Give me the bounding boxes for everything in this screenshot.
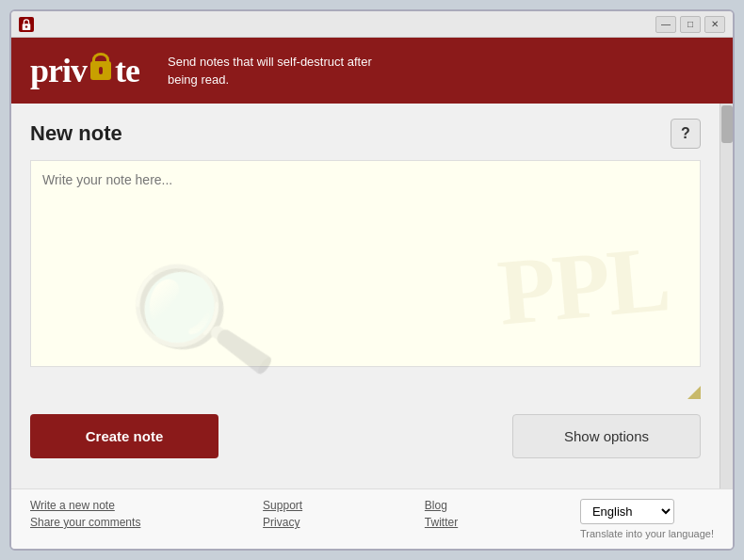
titlebar-left [19, 17, 34, 32]
svg-point-1 [25, 25, 28, 28]
language-select[interactable]: English Spanish French German [580, 499, 674, 524]
titlebar-controls: — □ ✕ [655, 16, 725, 33]
keyhole-shape [99, 67, 103, 74]
write-new-note-link[interactable]: Write a new note [30, 499, 140, 512]
app-window: — □ ✕ priv te Send notes that will self-… [9, 9, 735, 551]
lock-shape [90, 61, 111, 80]
footer-links-col-2: Support Privacy [263, 499, 302, 529]
footer-links-col-3: Blog Twitter [425, 499, 458, 529]
footer-content: Write a new note Share your comments Sup… [30, 499, 714, 539]
translate-label: Translate into your language! [580, 528, 714, 539]
footer-language: English Spanish French German Translate … [580, 499, 714, 539]
privacy-link[interactable]: Privacy [263, 516, 302, 529]
tagline-line1: Send notes that will self-destruct after [168, 53, 372, 72]
close-button[interactable]: ✕ [704, 16, 725, 33]
footer-links-col-1: Write a new note Share your comments [30, 499, 140, 529]
logo-text-after: te [115, 51, 139, 90]
app-header: priv te Send notes that will self-destru… [11, 38, 733, 104]
scrollbar-track [720, 104, 733, 488]
note-header: New note ? [30, 119, 701, 149]
header-tagline: Send notes that will self-destruct after… [168, 53, 372, 89]
minimize-button[interactable]: — [655, 16, 676, 33]
app-logo: priv te [30, 51, 139, 90]
share-comments-link[interactable]: Share your comments [30, 516, 140, 529]
tagline-line2: being read. [168, 71, 372, 89]
language-select-wrapper: English Spanish French German [580, 499, 674, 524]
help-button[interactable]: ? [671, 119, 701, 149]
resize-corner [687, 386, 701, 399]
note-input[interactable] [30, 160, 701, 367]
support-link[interactable]: Support [263, 499, 302, 512]
twitter-link[interactable]: Twitter [425, 516, 458, 529]
main-content: New note ? 🔍 PPL Create note Show option… [11, 104, 720, 488]
maximize-button[interactable]: □ [680, 16, 701, 33]
content-area: New note ? 🔍 PPL Create note Show option… [11, 104, 733, 488]
lock-icon [21, 19, 32, 30]
titlebar: — □ ✕ [11, 11, 733, 38]
logo-text-before: priv [30, 51, 87, 90]
logo-lock-icon [88, 56, 114, 85]
note-title: New note [30, 121, 122, 146]
show-options-button[interactable]: Show options [512, 414, 701, 458]
note-textarea-wrapper: 🔍 PPL [30, 160, 701, 399]
buttons-row: Create note Show options [30, 414, 701, 458]
footer: Write a new note Share your comments Sup… [11, 488, 733, 549]
blog-link[interactable]: Blog [425, 499, 458, 512]
create-note-button[interactable]: Create note [30, 414, 218, 458]
app-icon [19, 17, 34, 32]
scrollbar-thumb[interactable] [721, 105, 733, 143]
